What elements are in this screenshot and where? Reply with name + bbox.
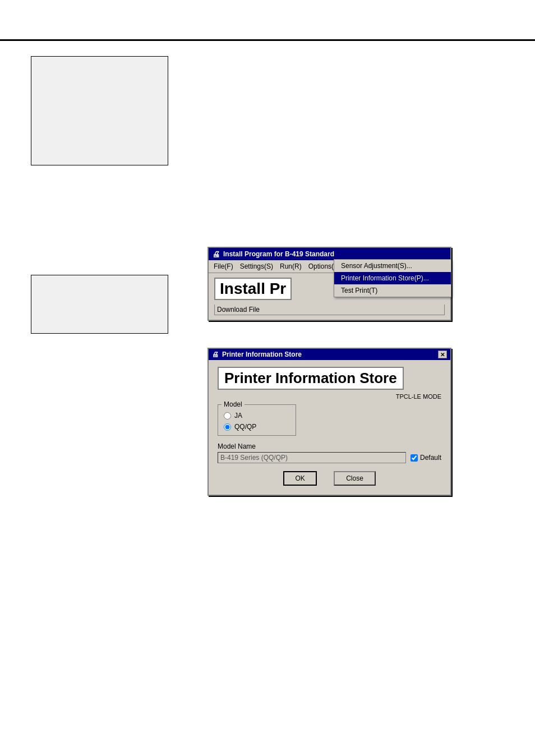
menu-file[interactable]: File(F) [211,261,236,271]
image-placeholder-2 [31,275,168,334]
radio-qqop[interactable] [224,423,231,431]
model-name-input[interactable] [218,452,406,463]
printer-dialog-title-text: Printer Information Store [222,351,302,358]
install-window-icon: 🖨 [212,250,220,259]
install-window-titlebar: 🖨 Install Program for B-419 Standard [209,248,450,260]
radio-ja-label: JA [234,412,242,420]
install-window-menubar: File(F) Settings(S) Run(R) Options(O) He… [209,260,450,273]
model-name-row: Default [218,452,441,463]
printer-dialog-body: Printer Information Store TPCL-LE MODE M… [209,360,450,495]
printer-information-dialog: 🖨 Printer Information Store ✕ Printer In… [207,348,451,496]
model-group-legend: Model [222,400,245,408]
menu-printer-info-store[interactable]: Printer Information Store(P)... [334,272,451,284]
default-label: Default [420,454,441,462]
printer-dialog-close-button[interactable]: ✕ [438,351,447,358]
radio-qqop-row: QQ/QP [224,423,290,431]
download-file-label: Download File [214,305,445,315]
install-title-text: Install Pr [214,278,292,300]
model-name-label: Model Name [218,442,441,450]
printer-dialog-titlebar: 🖨 Printer Information Store ✕ [209,349,450,360]
menu-run[interactable]: Run(R) [277,261,305,271]
default-checkbox-row: Default [411,454,441,462]
ok-button[interactable]: OK [283,471,317,486]
top-rule [0,39,535,41]
printer-dialog-icon: 🖨 [212,351,219,358]
menu-settings[interactable]: Settings(S) [237,261,276,271]
tpcl-mode-label: TPCL-LE MODE [218,393,441,400]
install-program-window: 🖨 Install Program for B-419 Standard Fil… [207,247,451,321]
menu-test-print[interactable]: Test Print(T) [334,284,451,297]
menu-sensor-adjustment[interactable]: Sensor Adjustment(S)... [334,260,451,272]
radio-ja[interactable] [224,412,231,420]
printer-dialog-title-left: 🖨 Printer Information Store [212,351,302,358]
printer-dialog-header-title: Printer Information Store [218,367,404,390]
image-placeholder-1 [31,56,168,165]
options-dropdown: Sensor Adjustment(S)... Printer Informat… [334,259,451,297]
close-button[interactable]: Close [334,471,376,486]
model-group: Model JA QQ/QP [218,404,296,436]
default-checkbox[interactable] [411,454,418,462]
radio-ja-row: JA [224,412,290,420]
dialog-buttons: OK Close [218,471,441,486]
install-window-title: Install Program for B-419 Standard [223,250,334,258]
radio-qqop-label: QQ/QP [234,423,256,431]
